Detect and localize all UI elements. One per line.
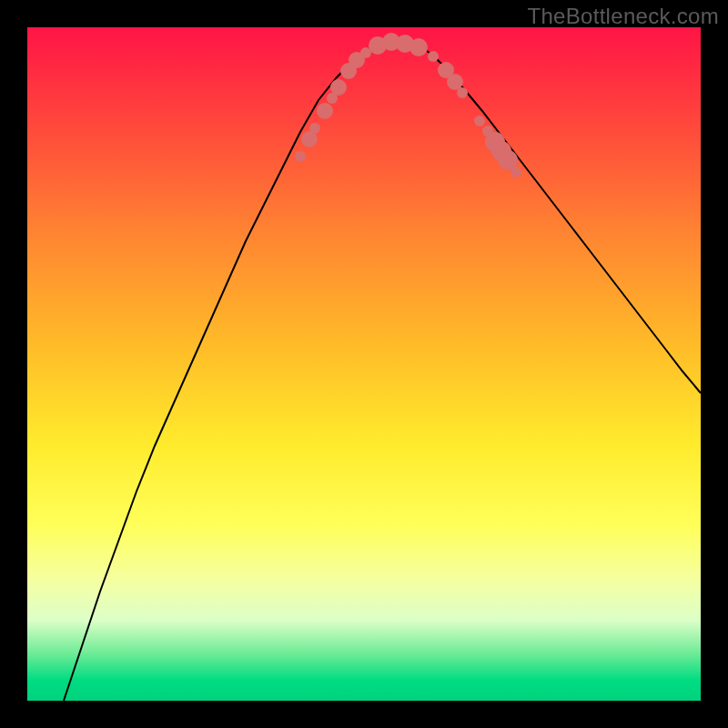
chart-svg [27, 27, 701, 701]
data-marker [511, 167, 521, 177]
data-marker [317, 103, 333, 119]
watermark-text: TheBottleneck.com [527, 4, 719, 29]
data-marker [309, 123, 320, 134]
marker-group [295, 33, 521, 177]
data-marker [457, 87, 468, 98]
data-marker [330, 79, 347, 96]
data-marker [295, 151, 306, 162]
data-marker [428, 51, 439, 62]
chart-gradient-area [27, 27, 701, 701]
data-marker [474, 116, 485, 126]
bottleneck-curve-right [387, 42, 701, 393]
data-marker [410, 38, 428, 56]
bottleneck-curve-left [64, 42, 387, 701]
